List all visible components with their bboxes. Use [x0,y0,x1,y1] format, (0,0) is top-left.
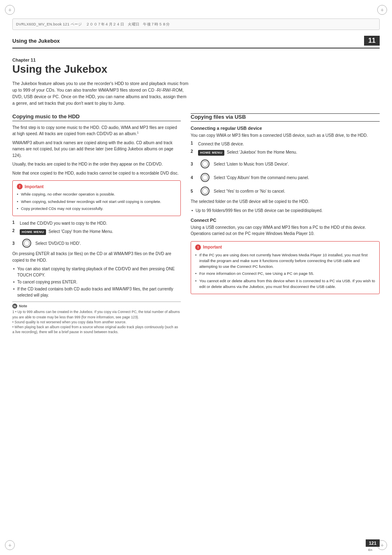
left-section-title: Copying music to the HDD [12,113,181,121]
usb-step-4: 4 Select 'Copy Album' from the command m… [191,171,380,184]
usb-step-num-2: 2 [191,149,196,154]
remote-button-icon-3 [201,159,210,168]
usb-bullets: Up to 99 folders/999 files on the USB de… [196,207,380,214]
step3-bullet-3: If the CD loaded contains both CD audio … [17,286,181,298]
step-num-3: 3 [12,241,18,246]
left-step-2: 2 HOME MENU Select 'Copy' from the Home … [12,228,181,235]
right-important-item-2: For more information on Connect PC, see … [195,271,375,276]
usb-step-icon-5 [199,185,211,197]
remote-button-icon-5 [201,187,210,196]
left-para4: Note that once copied to the HDD, audio … [12,170,181,177]
step-text-2: HOME MENU Select 'Copy' from the Home Me… [20,228,181,235]
usb-step-text-4: Select 'Copy Album' from the command men… [214,175,380,181]
right-subsection2-intro: Using a USB connection, you can copy WMA… [191,224,380,237]
right-subsection1-title: Connecting a regular USB device [191,126,380,131]
important-item-3: Copy protected CDs may not copy successf… [17,206,176,212]
usb-step-text-2: HOME MENU Select 'Jukebox' from the Home… [198,149,380,156]
note-item-3: • When playing back an album copied from… [12,325,181,335]
right-subsection2-title: Connect PC [191,218,380,223]
warning-icon-2: ! [195,244,201,250]
usb-step-icon-3 [199,158,211,170]
right-important-box: ! Important If the PC you are using does… [191,241,380,295]
step-num-1: 1 [12,220,18,225]
corner-mark-tl [5,5,15,15]
left-step-1: 1 Load the CD/DVD you want to copy to th… [12,220,181,226]
page-lang: En [368,548,372,552]
chapter-title: Using the Jukebox [12,63,380,75]
header-bar: DVRLX60D_WV_EN.book 121 ページ ２００７年４月２４日 火… [12,18,380,30]
note-label: N Note [12,304,181,309]
usb-step-text-5: Select 'Yes' to confirm or 'No' to cance… [214,188,380,194]
usb-step-icon-4 [199,171,211,184]
usb-step-5: 5 Select 'Yes' to confirm or 'No' to can… [191,185,380,197]
left-para2: WMA/MP3 album and track names are copied… [12,140,181,159]
home-menu-badge: HOME MENU [20,229,46,235]
chapter-number-badge: 11 [364,36,380,46]
main-content: Chapter 11 Using the Jukebox The Jukebox… [12,49,380,534]
step3-bullet-1: You can also start copying by starting p… [17,266,181,278]
right-important-header: ! Important [195,244,375,250]
warning-icon: ! [17,184,23,189]
important-item-1: While copying, no other recorder operati… [17,191,176,197]
note-section: N Note 1 • Up to 999 albums can be creat… [12,302,181,335]
step3-bullet-list: You can also start copying by starting p… [17,266,181,298]
right-section-title: Copying files via USB [191,113,380,122]
left-step-3: 3 Select 'DVD/CD to HDD'. [12,237,181,249]
remote-button-icon [22,239,31,248]
step-icon-3 [21,237,33,249]
section-header-title: Using the Jukebox [12,38,60,44]
step3-bullet-2: To cancel copying press ENTER. [17,279,181,285]
two-column-layout: Copying music to the HDD The first step … [12,113,380,534]
intro-paragraph: The Jukebox feature allows you to use th… [12,80,189,107]
usb-step-3: 3 Select 'Listen to Music from USB Devic… [191,158,380,170]
left-para3: Usually, the tracks are copied to the HD… [12,161,181,168]
step-text-3: Select 'DVD/CD to HDD'. [35,240,181,246]
right-important-item-3: You cannot edit or delete albums from th… [195,278,375,290]
step3-detail: On pressing ENTER all tracks (or files) … [12,251,181,263]
note-item-1: 1 • Up to 999 albums can be created in t… [12,309,181,320]
corner-mark-bl [5,540,15,550]
left-column: Copying music to the HDD The first step … [12,113,181,534]
usb-step-text-3: Select 'Listen to Music from USB Device'… [214,161,380,167]
step-num-2: 2 [12,228,18,233]
corner-mark-tr [377,5,387,15]
usb-step-2: 2 HOME MENU Select 'Jukebox' from the Ho… [191,149,380,156]
left-important-box: ! Important While copying, no other reco… [12,180,181,216]
usb-step-num-5: 5 [191,189,196,193]
usb-step-1: 1 Connect the USB device. [191,141,380,147]
note-icon: N [12,304,17,309]
right-column: Copying files via USB Connecting a regul… [191,113,380,534]
left-important-header: ! Important [17,184,176,189]
important-item-2: When copying, scheduled timer recordings… [17,199,176,205]
remote-button-icon-4 [201,173,210,182]
top-header: Using the Jukebox 11 [12,34,380,48]
chapter-label: Chapter 11 [12,58,380,62]
note-item-2: • Sound quality is not worsened when you… [12,320,181,325]
header-file-text: DVRLX60D_WV_EN.book 121 ページ ２００７年４月２４日 火… [16,22,170,27]
usb-step-text-1: Connect the USB device. [198,141,380,147]
left-intro-text: The first step is to copy some music to … [12,124,181,137]
home-menu-badge-2: HOME MENU [198,150,224,156]
step-text-1: Load the CD/DVD you want to copy to the … [20,220,181,226]
usb-step-num-1: 1 [191,141,196,145]
usb-bullet-1: Up to 99 folders/999 files on the USB de… [196,207,380,214]
usb-step-num-3: 3 [191,162,196,166]
after-steps-text: The selected folder on the USB device wi… [191,198,380,205]
right-subsection1-intro: You can copy WMA or MP3 files from a con… [191,132,380,139]
right-important-item-1: If the PC you are using does not current… [195,252,375,270]
page-number-box: 121 [366,539,380,547]
usb-step-num-4: 4 [191,175,196,180]
